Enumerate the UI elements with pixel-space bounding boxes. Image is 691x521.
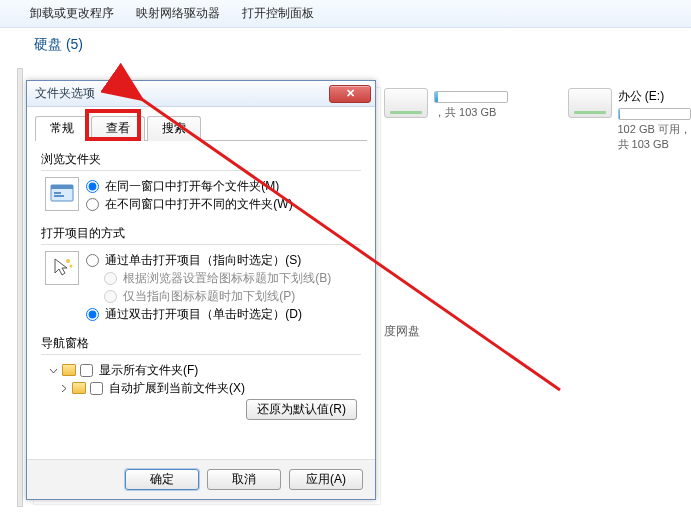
explorer-content: 硬盘 (5) ，共 103 GB 办公 (E:) 102 GB 可用，共 103… <box>0 28 691 521</box>
radio-underline-browser: 根据浏览器设置给图标标题加下划线(B) <box>104 269 331 287</box>
apply-button[interactable]: 应用(A) <box>289 469 363 490</box>
hdd-icon <box>568 88 612 118</box>
click-mode-icon <box>45 251 79 285</box>
tab-search[interactable]: 搜索 <box>147 116 201 141</box>
drive-item[interactable]: 办公 (E:) 102 GB 可用，共 103 GB <box>568 88 692 152</box>
toolbar-map-drive[interactable]: 映射网络驱动器 <box>136 5 220 22</box>
tab-view[interactable]: 查看 <box>91 116 145 141</box>
group-label: 导航窗格 <box>41 335 361 352</box>
checkbox-input[interactable] <box>80 364 93 377</box>
browse-folders-icon <box>45 177 79 211</box>
folder-icon <box>62 364 76 376</box>
svg-point-5 <box>70 265 73 268</box>
group-label: 打开项目的方式 <box>41 225 361 242</box>
svg-rect-3 <box>54 195 64 197</box>
svg-point-4 <box>66 259 70 263</box>
radio-label: 在不同窗口中打开不同的文件夹(W) <box>105 195 292 213</box>
check-show-all-folders[interactable]: 显示所有文件夹(F) <box>80 361 198 379</box>
radio-input[interactable] <box>86 198 99 211</box>
netdisk-label: 度网盘 <box>384 323 420 340</box>
tree-expand-icon[interactable] <box>59 384 68 393</box>
dialog-tabs: 常规 查看 搜索 <box>35 115 367 141</box>
checkbox-label: 显示所有文件夹(F) <box>99 361 198 379</box>
radio-input <box>104 290 117 303</box>
radio-input <box>104 272 117 285</box>
hdd-icon <box>384 88 428 118</box>
cancel-button[interactable]: 取消 <box>207 469 281 490</box>
group-label: 浏览文件夹 <box>41 151 361 168</box>
svg-rect-1 <box>51 185 73 189</box>
radio-label: 仅当指向图标标题时加下划线(P) <box>123 287 295 305</box>
radio-underline-hover: 仅当指向图标标题时加下划线(P) <box>104 287 331 305</box>
radio-input[interactable] <box>86 254 99 267</box>
restore-defaults-button[interactable]: 还原为默认值(R) <box>246 399 357 420</box>
dialog-body: 浏览文件夹 在同一窗口中打开每个文件夹(M) 在不同窗口中打开不同的文件夹(W)… <box>27 141 375 461</box>
radio-label: 通过单击打开项目（指向时选定）(S) <box>105 251 301 269</box>
radio-same-window[interactable]: 在同一窗口中打开每个文件夹(M) <box>86 177 292 195</box>
drive-subtext: 102 GB 可用，共 103 GB <box>618 122 692 152</box>
dialog-titlebar[interactable]: 文件夹选项 ✕ <box>27 81 375 107</box>
radio-double-click[interactable]: 通过双击打开项目（单击时选定）(D) <box>86 305 331 323</box>
group-browse-folders: 浏览文件夹 在同一窗口中打开每个文件夹(M) 在不同窗口中打开不同的文件夹(W) <box>41 151 361 219</box>
toolbar-uninstall[interactable]: 卸载或更改程序 <box>30 5 114 22</box>
dialog-title: 文件夹选项 <box>35 85 329 102</box>
drive-list: ，共 103 GB 办公 (E:) 102 GB 可用，共 103 GB <box>384 88 691 152</box>
section-title-drives: 硬盘 (5) <box>34 36 691 54</box>
radio-label: 在同一窗口中打开每个文件夹(M) <box>105 177 279 195</box>
radio-label: 根据浏览器设置给图标标题加下划线(B) <box>123 269 331 287</box>
group-nav-pane: 导航窗格 显示所有文件夹(F) 自动扩展到当前文件夹(X) <box>41 335 361 426</box>
radio-label: 通过双击打开项目（单击时选定）(D) <box>105 305 302 323</box>
ok-button[interactable]: 确定 <box>125 469 199 490</box>
folder-options-dialog: 文件夹选项 ✕ 常规 查看 搜索 浏览文件夹 在同一窗口中打开每个文件夹(M) <box>26 80 376 500</box>
radio-diff-window[interactable]: 在不同窗口中打开不同的文件夹(W) <box>86 195 292 213</box>
radio-input[interactable] <box>86 180 99 193</box>
folder-icon <box>72 382 86 394</box>
drive-capacity-bar <box>618 108 692 120</box>
explorer-toolbar: 卸载或更改程序 映射网络驱动器 打开控制面板 <box>0 0 691 28</box>
tab-general[interactable]: 常规 <box>35 116 89 141</box>
drive-label: 办公 (E:) <box>618 88 692 105</box>
group-click-mode: 打开项目的方式 通过单击打开项目（指向时选定）(S) 根据浏览器设置给图标标题加… <box>41 225 361 329</box>
checkbox-label: 自动扩展到当前文件夹(X) <box>109 379 245 397</box>
checkbox-input[interactable] <box>90 382 103 395</box>
drive-subtext: ，共 103 GB <box>434 105 508 120</box>
drive-item[interactable]: ，共 103 GB <box>384 88 508 152</box>
dialog-button-row: 确定 取消 应用(A) <box>27 459 375 499</box>
toolbar-open-cp[interactable]: 打开控制面板 <box>242 5 314 22</box>
tree-collapse-icon[interactable] <box>49 366 58 375</box>
close-button[interactable]: ✕ <box>329 85 371 103</box>
svg-rect-2 <box>54 192 61 194</box>
check-auto-expand[interactable]: 自动扩展到当前文件夹(X) <box>90 379 245 397</box>
radio-single-click[interactable]: 通过单击打开项目（指向时选定）(S) <box>86 251 331 269</box>
drive-capacity-bar <box>434 91 508 103</box>
scrollbar[interactable] <box>17 68 23 507</box>
close-icon: ✕ <box>346 87 355 100</box>
radio-input[interactable] <box>86 308 99 321</box>
